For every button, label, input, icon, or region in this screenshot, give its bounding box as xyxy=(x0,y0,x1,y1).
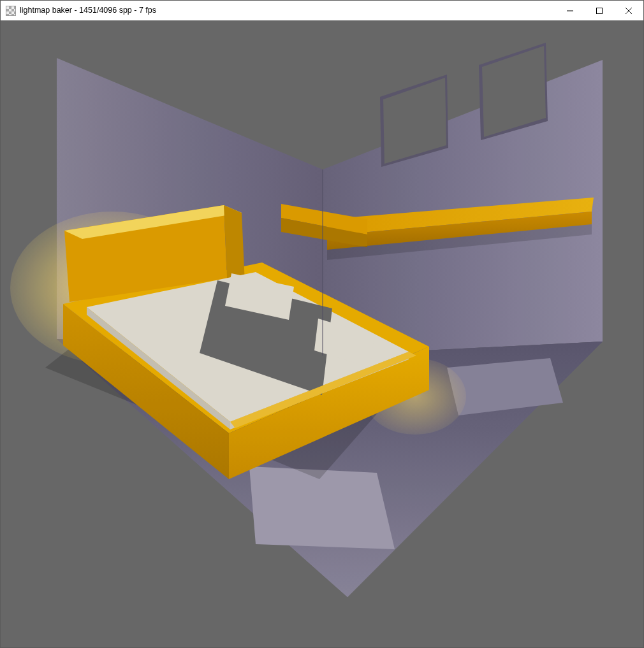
close-button[interactable] xyxy=(614,1,643,20)
svg-rect-1 xyxy=(597,8,603,13)
titlebar[interactable]: lightmap baker - 1451/4096 spp - 7 fps xyxy=(1,1,643,20)
viewport[interactable] xyxy=(1,20,643,647)
app-window: lightmap baker - 1451/4096 spp - 7 fps xyxy=(0,0,644,648)
app-icon xyxy=(6,6,16,16)
minimize-button[interactable] xyxy=(555,1,585,20)
minimize-icon xyxy=(567,8,573,14)
close-icon xyxy=(626,8,632,14)
maximize-icon xyxy=(596,8,603,14)
svg-rect-14 xyxy=(1,20,643,647)
window-title: lightmap baker - 1451/4096 spp - 7 fps xyxy=(20,1,156,20)
maximize-button[interactable] xyxy=(585,1,614,20)
render-scene xyxy=(1,20,643,647)
